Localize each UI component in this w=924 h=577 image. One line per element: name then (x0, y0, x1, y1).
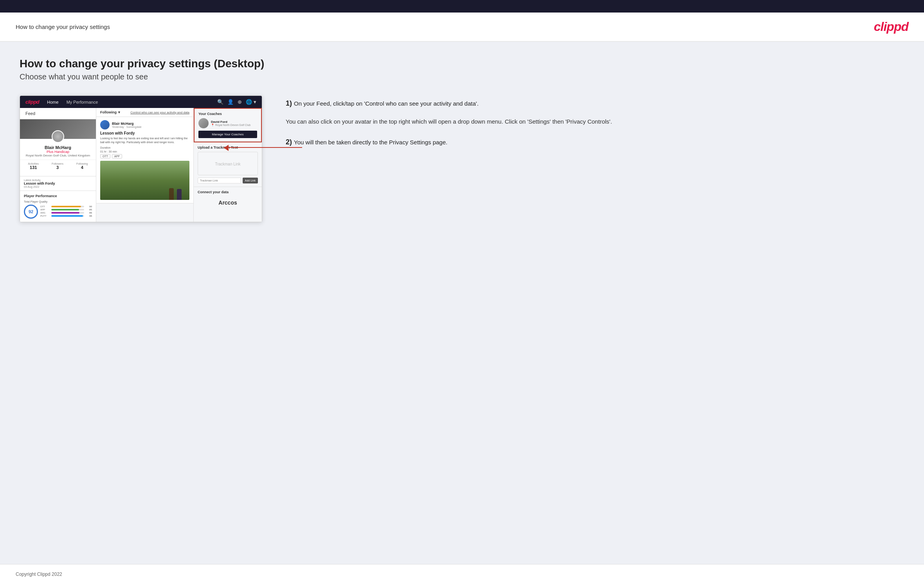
post-user-info: Blair McHarg Yesterday · Sunningdale (112, 122, 142, 128)
coach-item: David Ford 📍 Royal North Devon Golf Club (198, 118, 257, 128)
trackman-placeholder-box: Trackman Link (198, 152, 258, 175)
stat-following-label: Following (76, 162, 88, 165)
app-nav-logo: clippd (25, 99, 39, 105)
feed-post: Blair McHarg Yesterday · Sunningdale Les… (96, 117, 193, 203)
bar-arg-track (51, 212, 84, 214)
logo: clippd (874, 20, 908, 34)
profile-name: Blair McHarg (23, 145, 93, 150)
post-figures (169, 188, 182, 200)
top-bar (0, 0, 924, 13)
bar-arg-label: ARG (40, 212, 50, 214)
post-duration-label: Duration (100, 146, 189, 149)
add-link-button[interactable]: Add Link (243, 178, 258, 183)
bar-app-value: 85 (86, 209, 92, 211)
instructions-panel: 1) On your Feed, click/tap on 'Control w… (278, 95, 904, 158)
header-title: How to change your privacy settings (16, 23, 110, 30)
stat-following-value: 4 (76, 165, 88, 170)
instruction-1: 1) On your Feed, click/tap on 'Control w… (286, 99, 904, 126)
nav-my-performance[interactable]: My Performance (67, 100, 98, 104)
trackman-section: Upload a Trackman Test Trackman Link Add… (194, 142, 262, 187)
trackman-placeholder-text: Trackman Link (215, 162, 240, 166)
tag-app: APP (112, 154, 122, 158)
bar-arg-fill (51, 212, 79, 214)
stat-activities: Activities 131 (28, 162, 39, 170)
connect-section: Connect your data Arccos (194, 187, 262, 212)
feed-tab[interactable]: Feed (20, 108, 96, 119)
app-body: Feed Blair McHarg Plus Handicap Royal No… (20, 108, 262, 222)
connect-title: Connect your data (198, 190, 258, 194)
control-link[interactable]: Control who can see your activity and da… (130, 111, 189, 114)
perf-row: 92 OTT 90 APP (24, 205, 92, 219)
plus-circle-icon[interactable]: ⊕ (238, 99, 242, 105)
footer: Copyright Clippd 2022 (0, 564, 924, 577)
coach-avatar (198, 118, 209, 128)
bar-putt: PUTT 96 (40, 215, 92, 217)
bar-ott-value: 90 (86, 205, 92, 208)
bar-ott-fill (51, 206, 81, 207)
nav-home[interactable]: Home (47, 100, 58, 104)
manage-coaches-button[interactable]: Manage Your Coaches (198, 131, 257, 138)
post-duration-value: 01 hr : 30 min (100, 150, 189, 153)
post-header: Blair McHarg Yesterday · Sunningdale (100, 120, 189, 129)
app-mockup-wrapper: clippd Home My Performance 🔍 👤 ⊕ 🌐 ▾ Fee… (20, 95, 262, 222)
latest-activity-name: Lesson with Fordy (24, 182, 92, 185)
duration-text: Duration (100, 146, 110, 149)
latest-activity-date: 03 Aug 2022 (24, 185, 92, 188)
stat-activities-value: 131 (28, 165, 39, 170)
player-performance: Player Performance Total Player Quality … (20, 191, 96, 222)
avatar-icon[interactable]: 🌐 ▾ (246, 99, 256, 105)
post-username: Blair McHarg (112, 122, 142, 126)
feed-header: Following ▾ Control who can see your act… (96, 108, 193, 117)
stat-activities-label: Activities (28, 162, 39, 165)
profile-avatar (52, 130, 64, 143)
profile-stats: Activities 131 Followers 3 Following 4 (20, 160, 96, 172)
latest-activity-label: Latest Activity (24, 179, 92, 182)
trackman-input-row: Add Link (198, 178, 258, 183)
bar-app-track (51, 209, 84, 210)
coaches-title: Your Coaches (198, 112, 257, 116)
coaches-section: Your Coaches David Ford 📍 Royal North De… (195, 109, 261, 142)
app-right-panel: Your Coaches David Ford 📍 Royal North De… (193, 108, 262, 222)
stat-followers-label: Followers (52, 162, 63, 165)
post-image (100, 161, 189, 200)
chevron-down-icon: ▾ (118, 110, 120, 114)
bar-arg-value: 86 (86, 212, 92, 214)
content-row: clippd Home My Performance 🔍 👤 ⊕ 🌐 ▾ Fee… (20, 95, 904, 222)
bar-app-label: APP (40, 209, 50, 211)
post-location: Yesterday · Sunningdale (112, 126, 142, 128)
bar-ott-label: OTT (40, 205, 50, 208)
trackman-title: Upload a Trackman Test (198, 146, 258, 149)
stat-followers-value: 3 (52, 165, 63, 170)
bar-putt-label: PUTT (40, 215, 50, 217)
post-tags: OTT APP (100, 154, 189, 158)
post-avatar (100, 120, 110, 129)
instruction-2-number: 2) You will then be taken directly to th… (286, 138, 904, 146)
quality-circle: 92 (24, 205, 38, 219)
person-icon[interactable]: 👤 (227, 99, 234, 105)
bar-ott-track (51, 206, 84, 207)
profile-club: Royal North Devon Golf Club, United King… (23, 154, 93, 157)
app-mockup: clippd Home My Performance 🔍 👤 ⊕ 🌐 ▾ Fee… (20, 95, 262, 222)
tag-ott: OTT (100, 154, 110, 158)
perf-quality-label: Total Player Quality (24, 200, 92, 203)
app-left-panel: Feed Blair McHarg Plus Handicap Royal No… (20, 108, 96, 222)
bar-app-fill (51, 209, 79, 210)
latest-activity: Latest Activity Lesson with Fordy 03 Aug… (20, 176, 96, 191)
bar-putt-fill (51, 215, 83, 217)
bar-ott: OTT 90 (40, 205, 92, 208)
following-label: Following (100, 110, 117, 114)
following-button[interactable]: Following ▾ (100, 110, 120, 114)
instruction-2-text: You will then be taken directly to the P… (294, 139, 447, 146)
search-icon[interactable]: 🔍 (217, 99, 223, 105)
arccos-logo: Arccos (198, 196, 258, 209)
trackman-input[interactable] (198, 178, 241, 183)
footer-text: Copyright Clippd 2022 (16, 572, 62, 577)
header: How to change your privacy settings clip… (0, 13, 924, 42)
profile-handicap: Plus Handicap (23, 150, 93, 154)
coaches-highlight-box: Your Coaches David Ford 📍 Royal North De… (194, 108, 262, 142)
post-title: Lesson with Fordy (100, 131, 189, 135)
nav-icons: 🔍 👤 ⊕ 🌐 ▾ (217, 99, 256, 105)
bar-putt-value: 96 (86, 215, 92, 217)
app-nav: clippd Home My Performance 🔍 👤 ⊕ 🌐 ▾ (20, 96, 262, 108)
page-heading: How to change your privacy settings (Des… (20, 58, 904, 70)
